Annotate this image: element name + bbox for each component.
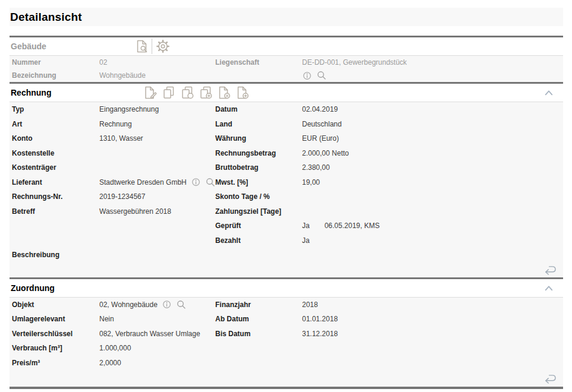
invoice-fields: Typ Eingangsrechnung Datum 02.04.2019 Ar… bbox=[10, 102, 563, 277]
field-label: Land bbox=[215, 120, 302, 128]
field-label: Zahlungsziel [Tage] bbox=[215, 207, 302, 216]
field-row: Bezeichnung Wohngebäude bbox=[12, 69, 563, 82]
settings-button[interactable] bbox=[156, 39, 170, 53]
field-label: Finanzjahr bbox=[215, 301, 302, 309]
field-label: Umlagerelevant bbox=[12, 315, 99, 323]
field-label: Kostenstelle bbox=[12, 149, 99, 157]
chevron-up-icon bbox=[544, 89, 554, 96]
field-value: 1.000,000 bbox=[99, 344, 215, 352]
objekt-search-button[interactable] bbox=[176, 299, 187, 310]
field-label: Bezahlt bbox=[215, 236, 302, 245]
field-label: Art bbox=[12, 120, 99, 128]
lieferant-search-button[interactable] bbox=[205, 177, 216, 188]
toolbar-divider bbox=[152, 39, 152, 54]
info-icon bbox=[302, 71, 312, 81]
field-value: Eingangsrechnung bbox=[99, 105, 215, 113]
copy-document-icon bbox=[162, 86, 176, 100]
field-row: Nummer 02 Liegenschaft DE-DD-001, Gewerb… bbox=[12, 56, 563, 69]
invoice-header: Rechnung bbox=[10, 84, 563, 102]
field-label: Bis Datum bbox=[215, 330, 302, 338]
field-value: 2019-1234567 bbox=[99, 192, 215, 201]
invoice-toolbar bbox=[143, 84, 250, 102]
field-value: Ja bbox=[302, 222, 310, 230]
page-title-bar: Detailansicht bbox=[10, 8, 563, 26]
invoice-revert-button[interactable] bbox=[543, 263, 557, 276]
chevron-up-icon bbox=[544, 284, 554, 292]
undo-arrow-icon bbox=[543, 263, 557, 276]
field-label: Betreff bbox=[12, 207, 99, 216]
objekt-cell: 02, Wohngebäude bbox=[99, 299, 215, 310]
copy-invoice-circle-button[interactable] bbox=[180, 86, 194, 100]
copy-invoice-add-button[interactable] bbox=[199, 86, 213, 100]
field-label: Skonto Tage / % bbox=[215, 192, 302, 201]
assignment-revert-button[interactable] bbox=[543, 372, 557, 385]
field-value: DE-DD-001, Gewerbegrundstück bbox=[302, 58, 563, 67]
field-row: Rechnungs-Nr. 2019-1234567 Skonto Tage /… bbox=[12, 189, 563, 204]
field-label: Preis/m³ bbox=[12, 359, 99, 367]
field-value: Nein bbox=[99, 315, 215, 323]
field-label: Rechnungs-Nr. bbox=[12, 192, 99, 201]
field-value: Rechnung bbox=[99, 120, 215, 128]
preview-document-button[interactable] bbox=[135, 39, 149, 53]
liegenschaft-search-button[interactable] bbox=[316, 70, 327, 81]
field-value: Ja bbox=[302, 236, 563, 245]
liegenschaft-actions bbox=[302, 70, 563, 81]
field-label: Bezeichnung bbox=[12, 71, 99, 80]
section-divider-bar bbox=[10, 387, 563, 389]
objekt-info-button[interactable] bbox=[162, 299, 172, 309]
invoice-collapse-button[interactable] bbox=[544, 84, 554, 102]
field-row: Lieferant Stadtwerke Dresden GmbH bbox=[12, 175, 563, 190]
field-value: 2.000,00 Netto bbox=[302, 149, 563, 157]
field-row: Typ Eingangsrechnung Datum 02.04.2019 bbox=[12, 102, 563, 117]
field-label: Verteilerschlüssel bbox=[12, 330, 99, 338]
detail-view-page: Detailansicht Gebäude bbox=[0, 0, 572, 392]
field-row: Preis/m³ 2,0000 bbox=[12, 356, 563, 371]
delete-invoice-button[interactable] bbox=[217, 86, 231, 100]
field-value: 2018 bbox=[302, 301, 563, 309]
field-row: Geprüft Ja 06.05.2019, KMS bbox=[12, 219, 563, 233]
field-row: Umlagerelevant Nein Ab Datum 01.01.2018 bbox=[12, 312, 563, 327]
field-label: Mwst. [%] bbox=[215, 178, 302, 186]
copy-document-circle-icon bbox=[180, 86, 194, 100]
field-value: Stadtwerke Dresden GmbH bbox=[99, 178, 187, 186]
field-label: Lieferant bbox=[12, 178, 99, 186]
invoice-section-title: Rechnung bbox=[10, 88, 51, 97]
add-document-icon bbox=[235, 86, 250, 100]
search-icon bbox=[176, 299, 187, 310]
preview-document-icon bbox=[135, 39, 149, 53]
lieferant-info-button[interactable] bbox=[191, 177, 201, 187]
field-value-secondary: 06.05.2019, KMS bbox=[325, 222, 380, 230]
building-toolbar bbox=[135, 37, 170, 55]
building-fields: Nummer 02 Liegenschaft DE-DD-001, Gewerb… bbox=[10, 56, 563, 82]
field-row: Kostenträger Bruttobetrag 2.380,00 bbox=[12, 160, 563, 175]
field-label: Ab Datum bbox=[215, 315, 302, 323]
field-value: Deutschland bbox=[302, 120, 563, 128]
page-title: Detailansicht bbox=[10, 11, 82, 24]
field-row: Verteilerschlüssel 082, Verbrauch Wasser… bbox=[12, 327, 563, 342]
field-value: Wassergebühren 2018 bbox=[99, 207, 215, 216]
invoice-footer bbox=[12, 263, 563, 277]
field-row: Beschreibung bbox=[12, 248, 563, 263]
field-value: 2.380,00 bbox=[302, 163, 563, 172]
liegenschaft-info-button[interactable] bbox=[302, 71, 312, 81]
copy-invoice-button[interactable] bbox=[162, 86, 176, 100]
edit-invoice-button[interactable] bbox=[143, 86, 158, 100]
field-row: Kostenstelle Rechnungsbetrag 2.000,00 Ne… bbox=[12, 146, 563, 161]
add-invoice-button[interactable] bbox=[235, 86, 250, 100]
geprueft-cell: Ja 06.05.2019, KMS bbox=[302, 222, 563, 230]
building-header: Gebäude bbox=[10, 37, 563, 56]
field-value: 2,0000 bbox=[99, 359, 215, 367]
field-value: 19,00 bbox=[302, 178, 563, 186]
assignment-collapse-button[interactable] bbox=[544, 279, 554, 297]
invoice-panel: Rechnung bbox=[10, 82, 563, 277]
assignment-fields: Objekt 02, Wohngebäude bbox=[10, 298, 563, 387]
spacer bbox=[10, 26, 563, 36]
field-value: 082, Verbrauch Wasser Umlage bbox=[99, 330, 215, 338]
field-value: 1310, Wasser bbox=[99, 134, 215, 143]
assignment-panel: Zuordnung Objekt 02, Wohngebäude bbox=[10, 277, 563, 390]
gear-icon bbox=[156, 39, 170, 53]
assignment-footer bbox=[12, 370, 563, 387]
field-value: 01.01.2018 bbox=[302, 315, 563, 323]
field-label: Kostenträger bbox=[12, 163, 99, 172]
field-label: Währung bbox=[215, 134, 302, 143]
